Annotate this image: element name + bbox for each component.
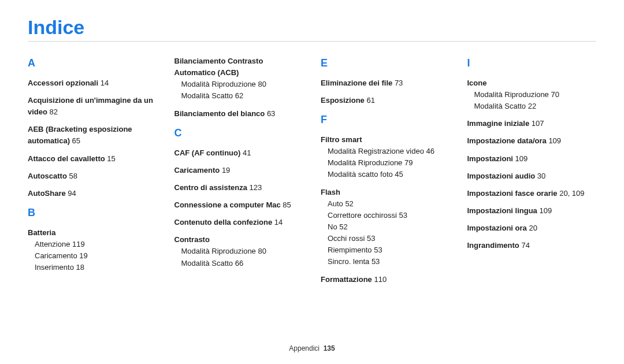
entry-sub[interactable]: Sincro. lenta 53 bbox=[321, 256, 450, 268]
entry-sub[interactable]: Modalità Scatto 62 bbox=[174, 90, 304, 102]
index-entry[interactable]: Accessori opzionali 14 bbox=[28, 77, 157, 89]
entry-head: Impostazioni 109 bbox=[467, 153, 597, 165]
entry-sub[interactable]: Occhi rossi 53 bbox=[321, 233, 450, 244]
entry-label: Caricamento bbox=[174, 166, 220, 174]
entry-page: 20 bbox=[529, 224, 537, 232]
index-entry[interactable]: Impostazioni lingua 109 bbox=[467, 205, 597, 217]
entry-label: Eliminazione dei file bbox=[321, 79, 392, 87]
index-entry[interactable]: Contenuto della confezione 14 bbox=[174, 217, 304, 228]
entry-head: Ingrandimento 74 bbox=[467, 240, 597, 251]
entry-label: Impostazioni fasce orarie bbox=[467, 189, 558, 198]
entry-sub[interactable]: Modalità scatto foto 45 bbox=[321, 169, 450, 180]
index-entry[interactable]: Attacco del cavalletto 15 bbox=[28, 153, 157, 165]
sub-label: Modalità Riproduzione bbox=[181, 247, 256, 255]
sub-page: 46 bbox=[426, 147, 434, 155]
entry-sub[interactable]: Modalità Scatto 22 bbox=[467, 101, 597, 112]
entry-head: Autoscatto 58 bbox=[28, 170, 157, 182]
sub-page: 52 bbox=[345, 199, 353, 208]
entry-sub[interactable]: Modalità Riproduzione 70 bbox=[467, 89, 597, 101]
index-entry[interactable]: Eliminazione dei file 73 bbox=[321, 77, 450, 89]
entry-label: Formattazione bbox=[321, 275, 372, 284]
entry-label: Esposizione bbox=[321, 96, 365, 105]
sub-page: 70 bbox=[551, 90, 559, 99]
index-entry[interactable]: Acquisizione di un'immagine da un video … bbox=[28, 95, 157, 118]
entry-label: Bilanciamento del bianco bbox=[174, 109, 265, 118]
sub-page: 80 bbox=[258, 80, 266, 88]
sub-page: 22 bbox=[528, 102, 536, 110]
sub-label: No bbox=[328, 222, 337, 231]
index-entry[interactable]: Impostazioni ora 20 bbox=[467, 222, 597, 234]
index-entry[interactable]: Impostazioni audio 30 bbox=[467, 170, 597, 182]
index-entry[interactable]: IconeModalità Riproduzione 70Modalità Sc… bbox=[467, 77, 597, 112]
entry-sub[interactable]: Modalità Riproduzione 80 bbox=[174, 79, 304, 90]
entry-sub[interactable]: Modalità Riproduzione 80 bbox=[174, 246, 304, 257]
entry-sub[interactable]: Auto 52 bbox=[321, 198, 450, 210]
entry-label: Autoscatto bbox=[28, 172, 67, 180]
index-letter: A bbox=[28, 55, 157, 72]
sub-label: Caricamento bbox=[35, 251, 77, 260]
index-entry[interactable]: Impostazioni fasce orarie 20, 109 bbox=[467, 188, 597, 199]
entry-sub[interactable]: Riempimento 53 bbox=[321, 244, 450, 256]
entry-page: 19 bbox=[222, 166, 230, 174]
index-entry[interactable]: Esposizione 61 bbox=[321, 95, 450, 106]
index-entry[interactable]: Bilanciamento del bianco 63 bbox=[174, 108, 304, 120]
index-entry[interactable]: Impostazione data/ora 109 bbox=[467, 135, 597, 147]
entry-label: Immagine iniziale bbox=[467, 119, 530, 128]
index-columns: AAccessori opzionali 14Acquisizione di u… bbox=[28, 55, 596, 339]
entry-head: Impostazioni fasce orarie 20, 109 bbox=[467, 188, 597, 199]
index-entry[interactable]: BatteriaAttenzione 119Caricamento 19Inse… bbox=[28, 227, 157, 274]
index-entry[interactable]: Caricamento 19 bbox=[174, 165, 304, 176]
entry-page: 30 bbox=[537, 172, 545, 180]
entry-sub[interactable]: Modalità Registrazione video 46 bbox=[321, 146, 450, 157]
index-entry[interactable]: Bilanciamento Contrasto Automatico (ACB)… bbox=[174, 55, 304, 102]
entry-label: Contenuto della confezione bbox=[174, 218, 273, 226]
entry-sub[interactable]: Inserimento 18 bbox=[28, 262, 157, 273]
index-column: Bilanciamento Contrasto Automatico (ACB)… bbox=[174, 55, 304, 339]
index-entry[interactable]: AEB (Bracketing esposizione automatica) … bbox=[28, 124, 157, 147]
sub-label: Modalità Scatto bbox=[181, 91, 233, 100]
index-entry[interactable]: FlashAuto 52Correttore occhirossi 53No 5… bbox=[321, 187, 450, 268]
sub-label: Auto bbox=[328, 199, 343, 208]
entry-page: 109 bbox=[548, 136, 561, 145]
title-rule bbox=[28, 41, 596, 42]
index-entry[interactable]: Immagine iniziale 107 bbox=[467, 118, 597, 129]
index-letter: C bbox=[174, 125, 304, 142]
entry-head: Immagine iniziale 107 bbox=[467, 118, 597, 129]
entry-head: Icone bbox=[467, 77, 597, 89]
index-column: AAccessori opzionali 14Acquisizione di u… bbox=[28, 55, 157, 339]
index-entry[interactable]: AutoShare 94 bbox=[28, 188, 157, 199]
sub-label: Sincro. lenta bbox=[328, 257, 369, 266]
sub-label: Inserimento bbox=[35, 263, 74, 272]
entry-sub[interactable]: Attenzione 119 bbox=[28, 239, 157, 250]
entry-sub[interactable]: No 52 bbox=[321, 221, 450, 233]
index-entry[interactable]: ContrastoModalità Riproduzione 80Modalit… bbox=[174, 234, 304, 269]
entry-sub[interactable]: Correttore occhirossi 53 bbox=[321, 210, 450, 221]
index-entry[interactable]: CAF (AF continuo) 41 bbox=[174, 147, 304, 159]
index-letter: E bbox=[321, 55, 450, 72]
index-entry[interactable]: Formattazione 110 bbox=[321, 274, 450, 285]
index-entry[interactable]: Connessione a computer Mac 85 bbox=[174, 199, 304, 211]
entry-page: 61 bbox=[366, 96, 374, 105]
entry-label: Acquisizione di un'immagine da un video bbox=[28, 96, 153, 116]
sub-label: Modalità Riproduzione bbox=[328, 158, 402, 167]
entry-head: Bilanciamento del bianco 63 bbox=[174, 108, 304, 120]
index-entry[interactable]: Impostazioni 109 bbox=[467, 153, 597, 165]
entry-head: Impostazioni lingua 109 bbox=[467, 205, 597, 217]
index-entry[interactable]: Filtro smartModalità Registrazione video… bbox=[321, 134, 450, 181]
entry-head: Impostazioni ora 20 bbox=[467, 222, 597, 234]
entry-page: 109 bbox=[515, 154, 528, 163]
sub-page: 79 bbox=[404, 158, 413, 167]
page: Indice AAccessori opzionali 14Acquisizio… bbox=[0, 0, 624, 364]
sub-page: 119 bbox=[72, 240, 85, 248]
index-entry[interactable]: Ingrandimento 74 bbox=[467, 240, 597, 251]
entry-head: Contrasto bbox=[174, 234, 304, 246]
entry-page: 85 bbox=[283, 200, 291, 209]
entry-label: Impostazioni bbox=[467, 154, 513, 163]
entry-sub[interactable]: Modalità Scatto 66 bbox=[174, 258, 304, 269]
sub-label: Modalità Scatto bbox=[181, 259, 233, 268]
entry-label: Ingrandimento bbox=[467, 241, 519, 250]
entry-sub[interactable]: Modalità Riproduzione 79 bbox=[321, 157, 450, 169]
index-entry[interactable]: Centro di assistenza 123 bbox=[174, 182, 304, 194]
index-entry[interactable]: Autoscatto 58 bbox=[28, 170, 157, 182]
entry-sub[interactable]: Caricamento 19 bbox=[28, 250, 157, 262]
